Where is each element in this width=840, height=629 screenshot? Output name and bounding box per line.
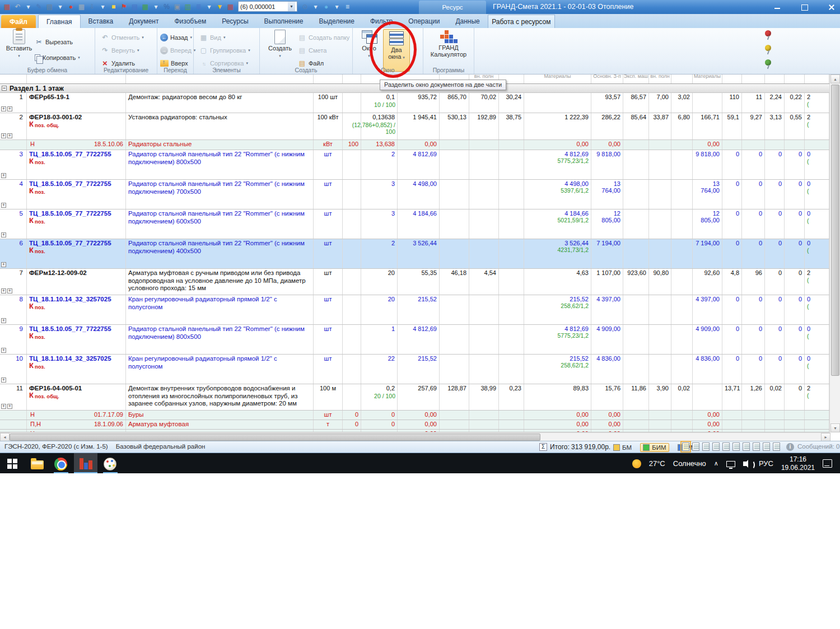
cell-c4[interactable] bbox=[343, 325, 361, 354]
cell-c15[interactable]: 92,60 bbox=[693, 269, 722, 295]
back-button[interactable]: Назад bbox=[160, 32, 192, 43]
taskbar-grand-smeta-button[interactable] bbox=[74, 453, 97, 473]
tab-выполнение[interactable]: Выполнение bbox=[256, 15, 311, 28]
tab-выделение[interactable]: Выделение bbox=[311, 15, 362, 28]
cell-c6[interactable]: 215,52 bbox=[398, 355, 440, 384]
volume-icon[interactable] bbox=[743, 462, 746, 466]
cell-c20[interactable]: 0( bbox=[805, 239, 829, 268]
cell-c11[interactable]: 0,00 bbox=[591, 420, 623, 429]
cell-c12[interactable] bbox=[623, 150, 649, 179]
cell-c19[interactable]: 0 bbox=[785, 325, 805, 354]
cell-c20[interactable]: 2( bbox=[805, 113, 829, 139]
cell-c4[interactable] bbox=[343, 355, 361, 384]
org-chart-icon[interactable]: ▦ bbox=[77, 1, 86, 12]
view-button[interactable]: Вид bbox=[199, 32, 225, 43]
two-windows-button[interactable]: Два окна bbox=[383, 29, 410, 72]
vertical-scrollbar[interactable]: ▴ ▾ bbox=[829, 74, 840, 432]
cell-qty[interactable] bbox=[361, 430, 398, 432]
cell-c7[interactable]: 530,13 bbox=[440, 113, 469, 139]
pin-green-icon[interactable] bbox=[765, 59, 771, 66]
cell-c7[interactable] bbox=[440, 420, 469, 429]
report-sign-icon[interactable] bbox=[753, 442, 760, 451]
undo-button[interactable]: Отменить bbox=[101, 32, 144, 43]
estimate-row[interactable]: 2ФЕР18-03-001-02Кпоз. общ.Установка ради… bbox=[0, 113, 829, 140]
cell-c14[interactable] bbox=[671, 430, 693, 432]
cell-qty[interactable]: 2 bbox=[361, 239, 398, 268]
cell-c14[interactable] bbox=[671, 150, 693, 179]
report-mail-icon[interactable] bbox=[773, 442, 780, 451]
cell-c19[interactable] bbox=[785, 411, 805, 420]
cell-c18[interactable]: 0 bbox=[765, 295, 785, 324]
cell-c13[interactable] bbox=[649, 420, 671, 429]
expand-icon[interactable] bbox=[1, 133, 6, 138]
cell-c13[interactable]: 33,87 bbox=[649, 113, 671, 139]
cell-c13[interactable]: 3,90 bbox=[649, 384, 671, 410]
cell-unit[interactable]: шт bbox=[314, 269, 343, 295]
cell-num[interactable]: 7 bbox=[0, 269, 27, 295]
cell-num[interactable]: 9 bbox=[0, 325, 27, 354]
chevron-down-icon[interactable]: ▾ bbox=[288, 2, 295, 11]
cell-c8[interactable]: 4,54 bbox=[469, 269, 499, 295]
cell-code[interactable]: ТЦ_18.5.10.05_77_7722755Кпоз. bbox=[27, 239, 126, 268]
expand-icon[interactable] bbox=[1, 318, 6, 323]
cell-unit[interactable]: шт bbox=[314, 180, 343, 209]
estimate-row[interactable]: 6ТЦ_18.5.10.05_77_7722755Кпоз.Радиатор с… bbox=[0, 239, 829, 269]
cell-c20[interactable]: 0( bbox=[805, 180, 829, 209]
cell-c6[interactable]: 935,72 bbox=[398, 93, 440, 113]
more-icon[interactable]: ≡ bbox=[343, 1, 352, 12]
cell-c14[interactable]: 3,02 bbox=[671, 93, 693, 113]
scroll-right-icon[interactable]: ▸ bbox=[821, 433, 830, 441]
cell-qty[interactable]: 0 bbox=[361, 420, 398, 429]
cell-c9[interactable] bbox=[499, 209, 524, 239]
cell-c17[interactable]: 0 bbox=[742, 209, 765, 239]
resource-subrow[interactable]: Н01.7.17.09Бурышт000,000,000,000,00 bbox=[0, 411, 829, 420]
cell-c6[interactable]: 0,00 bbox=[398, 430, 440, 432]
pin-yellow-icon[interactable] bbox=[765, 45, 771, 51]
cell-c7[interactable] bbox=[440, 209, 469, 239]
cell-c8[interactable] bbox=[469, 355, 499, 384]
cell-c9[interactable] bbox=[499, 180, 524, 209]
cell-c15[interactable]: 4 397,00 bbox=[693, 295, 722, 324]
copy-button[interactable]: Копировать bbox=[35, 53, 80, 63]
cell-c7[interactable] bbox=[440, 430, 469, 432]
close-button[interactable] bbox=[828, 3, 836, 11]
cell-num[interactable] bbox=[0, 411, 27, 420]
cell-num[interactable]: 6 bbox=[0, 239, 27, 268]
messages-counter[interactable]: Сообщений: 0 bbox=[797, 443, 839, 450]
cell-c10[interactable]: 4 184,665021,59/1,2 bbox=[524, 209, 591, 239]
cell-c9[interactable] bbox=[499, 420, 524, 429]
cell-qty[interactable]: 0,110 / 100 bbox=[361, 93, 398, 113]
column-header-unit[interactable] bbox=[314, 74, 343, 83]
cell-c18[interactable]: 0 bbox=[765, 209, 785, 239]
cell-c20[interactable]: 0( bbox=[805, 295, 829, 324]
cell-name[interactable]: Арматура муфтовая bbox=[126, 420, 314, 429]
cell-c18[interactable]: 0 bbox=[765, 355, 785, 384]
cell-c8[interactable]: 70,02 bbox=[469, 93, 499, 113]
cell-c13[interactable] bbox=[649, 325, 671, 354]
cell-name[interactable]: Демонтаж: радиаторов весом до 80 кг bbox=[126, 93, 314, 113]
cell-c18[interactable]: 0 bbox=[765, 239, 785, 268]
tab-resource-context[interactable]: Работа с ресурсом bbox=[488, 15, 555, 28]
chevron-down-icon[interactable]: ▾ bbox=[332, 1, 342, 12]
cell-num[interactable]: 8 bbox=[0, 295, 27, 324]
cell-c9[interactable] bbox=[499, 295, 524, 324]
expand-icon[interactable] bbox=[1, 348, 6, 353]
cell-c11[interactable]: 7 194,00 bbox=[591, 239, 623, 268]
cell-c16[interactable]: 0 bbox=[722, 150, 742, 179]
cell-code[interactable]: ТЦ_18.1.10.14_32_3257025Кпоз. bbox=[27, 295, 126, 324]
cell-c10[interactable]: 4 812,695775,23/1,2 bbox=[524, 325, 591, 354]
grouping-button[interactable]: Группировка bbox=[199, 45, 250, 55]
cell-c15[interactable]: 166,71 bbox=[693, 113, 722, 139]
cell-unit[interactable]: шт bbox=[314, 239, 343, 268]
expand-icon[interactable] bbox=[7, 288, 12, 293]
expand-icon[interactable] bbox=[7, 106, 12, 111]
report-currency-icon[interactable] bbox=[702, 442, 710, 451]
cell-c19[interactable]: 0 bbox=[785, 269, 805, 295]
cell-c20[interactable]: 0( bbox=[805, 325, 829, 354]
cell-c16[interactable]: 4,8 bbox=[722, 269, 742, 295]
grand-calculator-button[interactable]: ГРАНД Калькулятор bbox=[427, 29, 470, 58]
notifications-icon[interactable] bbox=[823, 459, 832, 468]
cell-c17[interactable]: 0 bbox=[742, 239, 765, 268]
cell-c10[interactable]: 0,00 bbox=[524, 411, 591, 420]
expand-icon[interactable] bbox=[1, 404, 6, 409]
